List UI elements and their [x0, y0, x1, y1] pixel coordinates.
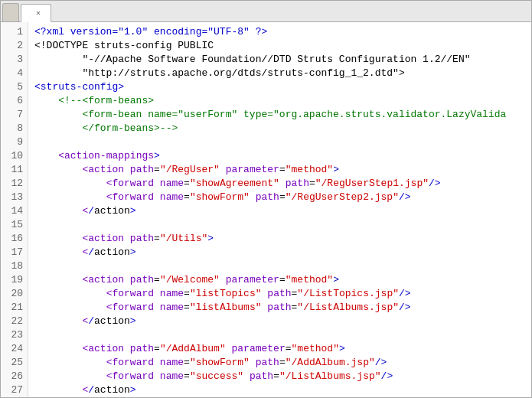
line-number: 1 — [4, 25, 23, 39]
code-line: <forward name="listAlbums" path="/ListAl… — [34, 301, 525, 315]
code-line: <!--<form-beans> — [34, 94, 525, 108]
code-line: </action> — [34, 204, 525, 218]
code-line: <forward name="showAgreement" path="/Reg… — [34, 177, 525, 191]
code-line: <forward name="showForm" path="/AddAlbum… — [34, 356, 525, 370]
code-line: </action> — [34, 383, 525, 397]
line-number: 10 — [4, 149, 23, 163]
line-number: 5 — [4, 80, 23, 94]
line-number: 16 — [4, 232, 23, 246]
line-number: 24 — [4, 342, 23, 356]
code-line: <action path="/AddAlbum" parameter="meth… — [34, 342, 525, 356]
code-line — [34, 328, 525, 342]
line-number: 25 — [4, 356, 23, 370]
editor-container: ✕ 12345678910111213141516171819202122232… — [0, 0, 532, 398]
line-number: 14 — [4, 204, 23, 218]
code-line: <struts-config> — [34, 80, 525, 94]
line-number: 19 — [4, 273, 23, 287]
line-number: 11 — [4, 163, 23, 177]
tab-bar: ✕ — [1, 1, 531, 22]
line-number: 7 — [4, 108, 23, 122]
code-line — [34, 259, 525, 273]
code-line: <forward name="success" path="/ListAlbum… — [34, 370, 525, 383]
code-line — [34, 135, 525, 149]
line-numbers: 1234567891011121314151617181920212223242… — [1, 22, 28, 397]
code-line: <action path="/Utils"> — [34, 232, 525, 246]
line-number: 13 — [4, 191, 23, 204]
code-line: <forward name="showForm" path="/RegUserS… — [34, 191, 525, 204]
code-content[interactable]: <?xml version="1.0" encoding="UTF-8" ?><… — [28, 22, 531, 397]
line-number: 9 — [4, 135, 23, 149]
line-number: 2 — [4, 39, 23, 53]
line-number: 18 — [4, 259, 23, 273]
line-number: 8 — [4, 122, 23, 135]
code-line: <!DOCTYPE struts-config PUBLIC — [34, 39, 525, 53]
line-number: 6 — [4, 94, 23, 108]
code-line: <action-mappings> — [34, 149, 525, 163]
tab-close-struts-config[interactable]: ✕ — [34, 8, 43, 18]
code-line: "-//Apache Software Foundation//DTD Stru… — [34, 53, 525, 67]
code-line: <forward name="listTopics" path="/ListTo… — [34, 287, 525, 301]
line-number: 15 — [4, 218, 23, 232]
code-line: </form-beans>--> — [34, 122, 525, 135]
code-line — [34, 218, 525, 232]
line-number: 26 — [4, 370, 23, 383]
code-area: 1234567891011121314151617181920212223242… — [1, 22, 531, 397]
code-line: <action path="/RegUser" parameter="metho… — [34, 163, 525, 177]
line-number: 12 — [4, 177, 23, 191]
code-line: "http://struts.apache.org/dtds/struts-co… — [34, 67, 525, 80]
line-number: 23 — [4, 328, 23, 342]
line-number: 21 — [4, 301, 23, 315]
tab-struts-config[interactable]: ✕ — [21, 4, 51, 22]
line-number: 3 — [4, 53, 23, 67]
line-number: 27 — [4, 383, 23, 397]
code-line: </action> — [34, 246, 525, 259]
code-line: <?xml version="1.0" encoding="UTF-8" ?> — [34, 25, 525, 39]
line-number: 22 — [4, 315, 23, 328]
line-number: 20 — [4, 287, 23, 301]
line-number: 4 — [4, 67, 23, 80]
code-line: </action> — [34, 315, 525, 328]
code-line: <form-bean name="userForm" type="org.apa… — [34, 108, 525, 122]
line-number: 17 — [4, 246, 23, 259]
code-line: <action path="/Welcome" parameter="metho… — [34, 273, 525, 287]
tab-action-servlet[interactable] — [2, 3, 19, 21]
